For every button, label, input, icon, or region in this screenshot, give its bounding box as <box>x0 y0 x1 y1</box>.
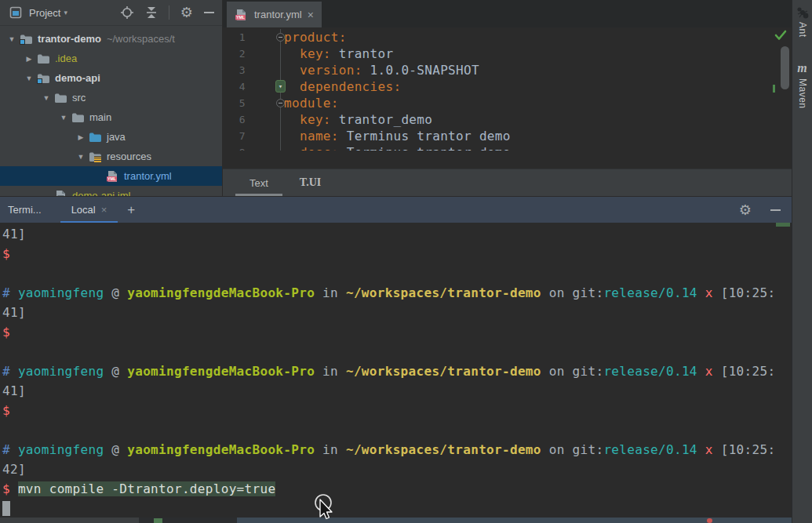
terminal-text-segment: on <box>541 442 573 457</box>
code-line-4[interactable]: 4▾dependencies: <box>223 78 792 95</box>
line-number: 8 <box>223 147 249 151</box>
code-editor[interactable]: 1product:2key: trantor3version: 1.0.0-SN… <box>223 27 792 151</box>
terminal-line-1: $ <box>2 244 792 263</box>
code-text: name: Terminus trantor demo <box>281 129 511 143</box>
new-terminal-tab-button[interactable]: + <box>127 202 135 218</box>
terminal-text-segment: ~/workspaces/trantor-demo <box>346 442 541 457</box>
terminal-text-segment: [10:25: <box>721 285 776 300</box>
tool-window-label-maven: Maven <box>797 78 808 109</box>
fold-collapse-icon[interactable] <box>276 33 285 42</box>
fold-collapse-icon[interactable] <box>276 99 285 107</box>
terminal-line-7: # yaomingfeng @ yaomingfengdeMacBook-Pro… <box>2 361 792 381</box>
terminal-line-3: # yaomingfeng @ yaomingfengdeMacBook-Pro… <box>2 283 792 303</box>
terminal-output[interactable]: 41]$# yaomingfeng @ yaomingfengdeMacBook… <box>0 223 792 518</box>
terminal-text-segment: in <box>315 364 346 379</box>
terminal-text-segment: $ <box>2 246 10 261</box>
editor-scrollbar-thumb[interactable] <box>781 46 789 89</box>
terminal-text-segment: ~/workspaces/trantor-demo <box>346 364 541 379</box>
tree-item-resources[interactable]: ▼resources <box>0 147 222 166</box>
expanded-arrow-icon[interactable]: ▼ <box>38 94 54 102</box>
yaml-key: module: <box>284 96 339 111</box>
terminal-text-segment: yaomingfengdeMacBook-Pro <box>127 364 315 379</box>
tree-item-trantor-yml[interactable]: YMLtrantor.yml <box>0 166 222 186</box>
terminal-line-12: 42] <box>2 459 792 479</box>
hide-panel-icon[interactable] <box>204 12 214 13</box>
terminal-text-segment: yaomingfeng <box>18 285 104 300</box>
inspections-ok-check-icon[interactable] <box>774 30 787 41</box>
collapsed-arrow-icon[interactable]: ▶ <box>73 133 89 141</box>
close-icon[interactable]: × <box>308 9 314 21</box>
code-text: version: 1.0.0-SNAPSHOT <box>281 63 479 78</box>
editor-tab-trantor-yml[interactable]: YML trantor.yml × <box>227 2 322 27</box>
terminal-line-4: 41] <box>2 303 792 322</box>
terminal-header: Termi... Local × + ⚙ <box>0 196 792 223</box>
yaml-value: Terminus trantor demo <box>339 145 511 151</box>
tool-window-button-maven[interactable]: m Maven <box>797 55 808 109</box>
folder-module-icon <box>20 34 34 45</box>
tab-text-view[interactable]: Text <box>234 169 284 196</box>
editor-scroll-area <box>768 27 792 151</box>
settings-gear-icon[interactable]: ⚙ <box>739 203 752 217</box>
yaml-key: product: <box>284 30 347 45</box>
terminal-text-segment: yaomingfengdeMacBook-Pro <box>127 285 315 300</box>
terminal-text-segment: 42] <box>2 462 26 477</box>
vcs-change-marker <box>773 85 775 93</box>
yaml-key: key: <box>300 46 331 61</box>
tree-item-demo-api[interactable]: ▼demo-api <box>0 68 222 88</box>
terminal-text-segment: $ <box>2 403 10 418</box>
project-tool-icon <box>9 6 24 19</box>
terminal-line-0: 41] <box>2 224 792 244</box>
line-number: 5 <box>223 97 249 109</box>
expanded-arrow-icon[interactable]: ▼ <box>73 153 89 161</box>
gutter-fold-column <box>249 111 281 128</box>
code-line-8[interactable]: 8desc: Terminus trantor demo <box>223 144 792 151</box>
code-line-1[interactable]: 1product: <box>223 29 792 45</box>
status-bar-red-fleck <box>707 518 712 523</box>
collapsed-arrow-icon[interactable]: ▶ <box>21 55 37 63</box>
terminal-tab-local[interactable]: Local × <box>60 197 118 223</box>
fold-expand-icon[interactable]: ▾ <box>275 80 286 93</box>
folder-icon <box>54 93 68 104</box>
terminal-caption[interactable]: Termi... <box>0 204 42 216</box>
tab-tui-view[interactable]: T.UI <box>284 169 337 196</box>
expanded-arrow-icon[interactable]: ▼ <box>21 74 37 82</box>
project-panel-title[interactable]: Project <box>29 7 60 19</box>
close-icon[interactable]: × <box>101 204 107 216</box>
tree-item-label: demo-api.iml <box>72 190 130 196</box>
tree-item-demo-api-iml[interactable]: demo-api.iml <box>0 186 222 196</box>
status-bar-edge-left <box>0 518 139 523</box>
gutter-fold-column <box>249 95 281 111</box>
code-line-7[interactable]: 7name: Terminus trantor demo <box>223 128 792 144</box>
terminal-text-segment: x <box>705 285 713 300</box>
status-bar-edge <box>0 518 792 523</box>
hide-panel-icon[interactable] <box>770 209 781 211</box>
tree-item-main[interactable]: ▼main <box>0 107 222 127</box>
code-line-5[interactable]: 5module: <box>223 95 792 111</box>
tool-window-button-ant[interactable]: Ant <box>796 0 809 38</box>
project-tool-window: Project ▾ <box>0 0 222 196</box>
line-number: 3 <box>223 64 249 76</box>
tree-item-idea[interactable]: ▶.idea <box>0 49 222 68</box>
settings-gear-icon[interactable]: ⚙ <box>180 5 193 20</box>
terminal-text-segment: $ <box>2 325 10 340</box>
line-number: 4 <box>223 81 249 93</box>
tree-item-trantor-demo[interactable]: ▼trantor-demo~/workspaces/t <box>0 29 222 49</box>
expanded-arrow-icon[interactable]: ▼ <box>4 35 20 43</box>
code-text: module: <box>281 96 339 111</box>
chevron-down-icon[interactable]: ▾ <box>64 9 67 16</box>
locate-icon[interactable] <box>120 5 134 20</box>
code-line-3[interactable]: 3version: 1.0.0-SNAPSHOT <box>223 62 792 78</box>
tree-item-java[interactable]: ▶java <box>0 127 222 147</box>
code-line-6[interactable]: 6key: trantor_demo <box>223 111 792 128</box>
terminal-text-segment: # <box>2 285 18 300</box>
code-line-2[interactable]: 2key: trantor <box>223 45 792 62</box>
terminal-line-14 <box>2 499 792 518</box>
yaml-key: dependencies: <box>300 79 401 94</box>
collapse-all-icon[interactable] <box>145 5 158 20</box>
terminal-text-segment: release/0.14 <box>603 285 697 300</box>
expanded-arrow-icon[interactable]: ▼ <box>56 114 71 122</box>
yaml-value: trantor <box>331 46 394 61</box>
tree-item-src[interactable]: ▼src <box>0 88 222 107</box>
tree-item-label: trantor-demo <box>38 33 101 45</box>
code-text: desc: Terminus trantor demo <box>281 145 511 151</box>
